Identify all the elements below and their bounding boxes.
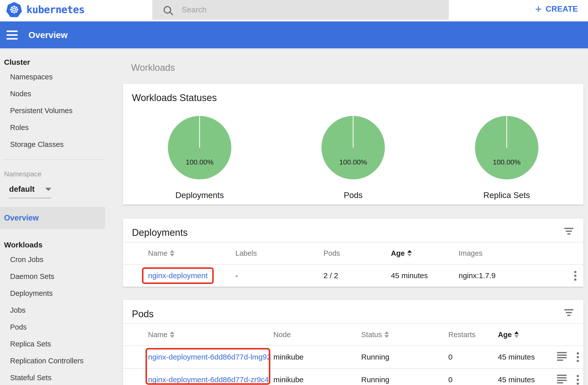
main-content: Workloads Workloads Statuses 100.00% Dep… [105,48,588,385]
sidebar-item-nodes[interactable]: Nodes [0,85,105,102]
column-header-name[interactable]: Name [148,331,273,339]
menu-icon[interactable] [7,30,18,40]
sidebar-item-stateful-sets[interactable]: Stateful Sets [0,369,105,385]
logs-icon[interactable] [557,352,567,362]
cell-pods: 2 / 2 [323,271,391,280]
deployments-pie-label: Deployments [175,190,224,200]
sidebar-item-replica-sets[interactable]: Replica Sets [0,336,105,352]
namespace-select[interactable]: default [9,185,51,198]
sidebar-divider [3,159,105,160]
sidebar-item-replication-controllers[interactable]: Replication Controllers [0,352,105,369]
pods-pie-label: Pods [344,190,362,200]
column-header-pods: Pods [323,249,391,258]
brand[interactable]: ☸ kubernetes [6,2,85,17]
cell-labels: - [235,271,323,280]
sidebar-item-roles[interactable]: Roles [0,119,105,136]
logs-icon[interactable] [557,375,567,385]
annotation-red-box: nginx-deployment [142,267,214,284]
pie-tick [506,116,507,148]
sidebar-item-storage-classes[interactable]: Storage Classes [0,136,105,153]
deployments-pie-value: 100.00% [168,158,231,166]
replica-sets-pie-block: 100.00% Replica Sets [446,116,567,200]
row-menu-icon[interactable] [577,352,579,362]
pod-link[interactable]: nginx-deployment-6dd86d77d-lmg92 [148,353,271,361]
column-header-restarts: Restarts [448,331,498,339]
page-heading: Overview [28,30,68,40]
cell-images: nginx:1.7.9 [459,271,564,280]
sidebar-item-namespaces[interactable]: Namespaces [0,69,105,85]
replica-sets-pie-label: Replica Sets [483,190,530,200]
sidebar-section-workloads: Workloads [0,238,105,249]
cell-age: 45 minutes [498,375,557,384]
deployments-card: Deployments Name Labels Pods Age [123,219,583,287]
search-input[interactable] [182,5,433,14]
status-pie-charts: 100.00% Deployments 100.00% Pods [123,116,583,200]
filter-icon[interactable] [564,309,573,317]
sidebar-item-persistent-volumes[interactable]: Persistent Volumes [0,102,105,119]
cell-age: 45 minutes [391,271,459,280]
sort-icon [384,331,389,338]
search-bar[interactable] [152,0,449,20]
column-header-labels: Labels [235,249,323,258]
deployments-card-title: Deployments [123,219,583,238]
cell-node: minikube [273,353,361,361]
sidebar-item-deployments[interactable]: Deployments [0,285,105,302]
cell-restarts: 0 [448,375,498,384]
pods-pie-value: 100.00% [321,158,385,166]
sidebar-section-cluster: Cluster [0,58,105,67]
sidebar-item-overview[interactable]: Overview [0,207,105,229]
pie-tick [353,116,354,148]
statuses-card-title: Workloads Statuses [123,84,583,103]
sidebar-item-daemon-sets[interactable]: Daemon Sets [0,268,105,285]
column-header-age[interactable]: Age [498,331,557,339]
column-header-age[interactable]: Age [391,249,459,258]
pods-card-title: Pods [123,300,583,319]
sidebar-item-pods[interactable]: Pods [0,319,105,336]
replica-sets-pie-chart: 100.00% [475,116,538,179]
cell-status: Running [361,353,448,361]
row-menu-icon[interactable] [574,271,576,281]
deployment-link[interactable]: nginx-deployment [148,271,208,280]
cell-restarts: 0 [448,353,498,361]
sort-icon-active [407,250,412,256]
sidebar-item-jobs[interactable]: Jobs [0,302,105,319]
table-row: nginx-deployment - 2 / 2 45 minutes ngin… [123,264,583,287]
deployments-pie-block: 100.00% Deployments [139,116,260,200]
cell-status: Running [361,375,448,384]
table-row: nginx-deployment-6dd86d77d-zr9c4 minikub… [123,368,583,385]
sort-icon-active [514,331,519,338]
cell-age: 45 minutes [498,353,557,361]
create-button[interactable]: + CREATE [535,4,578,15]
column-header-node: Node [273,331,361,339]
namespace-label: Namespace [0,170,105,178]
brand-title: kubernetes [26,4,85,15]
create-button-label: CREATE [546,5,578,14]
sort-icon [170,250,174,256]
action-bar: Overview [0,21,588,48]
pods-table-header: Name Node Status Restarts Age [123,324,583,345]
sort-icon [170,331,174,338]
table-row: nginx-deployment-6dd86d77d-lmg92 minikub… [123,345,583,368]
replica-sets-pie-value: 100.00% [475,158,538,166]
column-header-status[interactable]: Status [361,331,448,339]
namespace-selected-value: default [9,185,35,194]
sidebar: Cluster Namespaces Nodes Persistent Volu… [0,48,105,385]
pie-tick [199,116,200,148]
pods-pie-chart: 100.00% [321,116,385,179]
kubernetes-dashboard: ☸ kubernetes + CREATE Overview Cluster N… [0,0,588,385]
row-menu-icon[interactable] [577,375,579,385]
column-header-images: Images [459,249,564,258]
search-icon [164,6,171,14]
deployments-table-header: Name Labels Pods Age Images [123,242,583,264]
deployments-pie-chart: 100.00% [168,116,231,179]
chevron-down-icon [45,188,51,191]
sidebar-item-cron-jobs[interactable]: Cron Jobs [0,251,105,268]
filter-icon[interactable] [564,228,573,236]
top-header: ☸ kubernetes + CREATE [0,0,588,21]
cell-node: minikube [273,375,361,384]
pods-card: Pods Name Node Status Restarts [123,300,583,385]
workloads-statuses-card: Workloads Statuses 100.00% Deployments 1… [123,84,583,205]
pods-pie-block: 100.00% Pods [293,116,414,200]
column-header-name[interactable]: Name [148,249,235,258]
pod-link[interactable]: nginx-deployment-6dd86d77d-zr9c4 [148,375,269,384]
